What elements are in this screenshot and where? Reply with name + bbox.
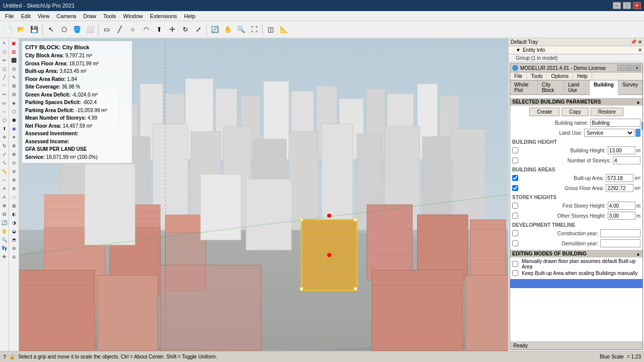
other-storeys-checkbox[interactable] <box>512 213 518 219</box>
measure-btn[interactable]: 📐 <box>278 24 290 36</box>
orbit-icon[interactable]: 🔄 <box>1 219 9 227</box>
zoom-tool[interactable]: 🔍 <box>235 24 247 36</box>
dimension-icon[interactable]: ↔ <box>1 176 9 184</box>
zoom-icon[interactable]: 🔍 <box>1 236 9 244</box>
3d-scene[interactable]: CITY BLOCK: City Block City Block Area: … <box>19 38 508 351</box>
first-storey-input[interactable] <box>608 202 635 210</box>
modelur-menu-options[interactable]: Options <box>547 72 573 80</box>
section-btn[interactable]: ◫ <box>265 24 277 36</box>
built-up-area-checkbox[interactable] <box>512 175 518 181</box>
circle-icon[interactable]: ○ <box>1 108 9 116</box>
rect-tool[interactable]: ▭ <box>101 24 113 36</box>
rotate-icon[interactable]: ↻ <box>1 142 9 150</box>
rotate-tool[interactable]: ↻ <box>179 24 191 36</box>
offset-icon[interactable]: ⤡ <box>1 159 9 167</box>
freehand-icon[interactable]: 〜 <box>1 90 9 99</box>
modelur-tool-10[interactable]: ⬟ <box>10 116 18 124</box>
demolition-year-checkbox[interactable] <box>512 240 518 246</box>
component-btn[interactable]: ⬡ <box>58 24 70 36</box>
construction-year-input[interactable] <box>600 229 640 237</box>
erase-btn[interactable]: ⬜ <box>84 24 96 36</box>
land-use-select[interactable]: Service Residential Commercial Industria… <box>584 129 634 137</box>
restore-button[interactable]: Restore <box>591 108 623 116</box>
demolition-year-input[interactable] <box>600 239 640 247</box>
maximize-button[interactable]: □ <box>623 2 631 9</box>
orbit-tool[interactable]: 🔄 <box>209 24 221 36</box>
menu-camera[interactable]: Camera <box>53 13 79 20</box>
num-storeys-checkbox[interactable] <box>512 157 518 163</box>
modelur-tool-19[interactable]: ◌ <box>10 193 18 201</box>
zoom-ext-tool[interactable]: ⛶ <box>248 24 260 36</box>
building-height-checkbox[interactable] <box>512 147 518 153</box>
polygon-icon[interactable]: ⬡ <box>1 116 9 124</box>
push-pull-tool[interactable]: ⬆ <box>153 24 165 36</box>
close-button[interactable]: ✕ <box>633 2 641 9</box>
pan-tool[interactable]: ✋ <box>222 24 234 36</box>
entity-info-close[interactable]: ✕ <box>638 47 642 53</box>
menu-tools[interactable]: Tools <box>100 13 119 20</box>
modelur-tool-23[interactable]: ◒ <box>10 227 18 235</box>
modelur-tool-12[interactable]: ✦ <box>10 133 18 141</box>
built-up-area-input[interactable] <box>606 174 633 182</box>
status-help-icon[interactable]: ? <box>3 354 6 360</box>
first-storey-checkbox[interactable] <box>512 203 518 209</box>
tab-whole-plot[interactable]: Whole Plot <box>510 80 538 95</box>
other-storeys-input[interactable] <box>608 212 635 220</box>
paint-btn[interactable]: 🪣 <box>71 24 83 36</box>
modelur-tool-14[interactable]: ⊗ <box>10 150 18 158</box>
modelur-tool-9[interactable]: ⬡ <box>10 108 18 116</box>
menu-view[interactable]: View <box>35 13 53 20</box>
modelur-tool-21[interactable]: ◐ <box>10 210 18 218</box>
editing-mode-1-checkbox[interactable] <box>512 261 518 267</box>
modelur-tool-2[interactable]: ▤ <box>10 48 18 56</box>
tape-icon[interactable]: 📏 <box>1 167 9 175</box>
entity-info-arrow[interactable]: ▼ <box>516 47 521 53</box>
editing-mode-2-checkbox[interactable] <box>512 270 518 276</box>
rect-icon[interactable]: ▭ <box>1 99 9 107</box>
tab-city-block[interactable]: City Block <box>538 80 564 95</box>
erase-icon[interactable]: ◻ <box>1 65 9 73</box>
modelur-tool-4[interactable]: ◎ <box>10 65 18 73</box>
modelur-tool-26[interactable]: ⊝ <box>10 253 18 261</box>
arc-tool[interactable]: ◠ <box>140 24 152 36</box>
menu-draw[interactable]: Draw <box>80 13 99 20</box>
menu-window[interactable]: Window <box>120 13 146 20</box>
create-button[interactable]: Create <box>529 108 559 116</box>
select-tool[interactable]: ↖ <box>45 24 57 36</box>
collapse-icon[interactable]: ▲ <box>636 100 640 105</box>
modelur-minimize-button[interactable]: ─ <box>617 65 624 71</box>
walkthrough-icon[interactable]: 👣 <box>1 244 9 252</box>
tab-survey[interactable]: Survey <box>618 80 642 95</box>
arc-icon[interactable]: ◠ <box>1 82 9 90</box>
modelur-tool-16[interactable]: ⊘ <box>10 167 18 175</box>
modelur-tool-20[interactable]: ◍ <box>10 202 18 210</box>
move-icon[interactable]: ✛ <box>1 133 9 141</box>
line-tool[interactable]: ╱ <box>114 24 126 36</box>
menu-file[interactable]: File <box>2 13 17 20</box>
modelur-tool-1[interactable]: ▣ <box>10 39 18 47</box>
modelur-tool-13[interactable]: ⊕ <box>10 142 18 150</box>
construction-year-checkbox[interactable] <box>512 230 518 236</box>
modelur-tool-11[interactable]: ◉ <box>10 125 18 133</box>
section-icon[interactable]: ⊟ <box>1 210 9 218</box>
modelur-tool-5[interactable]: ✎ <box>10 73 18 81</box>
modelur-close-button[interactable]: ✕ <box>633 65 640 71</box>
modelur-menu-help[interactable]: Help <box>573 72 592 80</box>
modelur-menu-file[interactable]: File <box>510 72 527 80</box>
menu-extensions[interactable]: Extensions <box>147 13 180 20</box>
lookaround-icon[interactable]: 👁 <box>1 253 9 261</box>
open-button[interactable]: 📂 <box>15 24 27 36</box>
3dtext-icon[interactable]: A <box>1 193 9 201</box>
new-button[interactable]: 📄 <box>2 24 14 36</box>
pushpull-icon[interactable]: ⬆ <box>1 125 9 133</box>
tray-pin-icon[interactable]: 📌 <box>630 39 636 45</box>
copy-button[interactable]: Copy <box>561 108 588 116</box>
scale-icon[interactable]: ⤢ <box>1 150 9 158</box>
modelur-tool-7[interactable]: ⊟ <box>10 90 18 99</box>
line-icon[interactable]: ╱ <box>1 73 9 81</box>
modelur-tool-22[interactable]: ◑ <box>10 219 18 227</box>
modelur-tool-25[interactable]: ⊜ <box>10 244 18 252</box>
tray-close-icon[interactable]: ✕ <box>638 39 642 45</box>
editing-modes-collapse-icon[interactable]: ▲ <box>636 251 640 256</box>
gross-floor-area-checkbox[interactable] <box>512 185 518 191</box>
